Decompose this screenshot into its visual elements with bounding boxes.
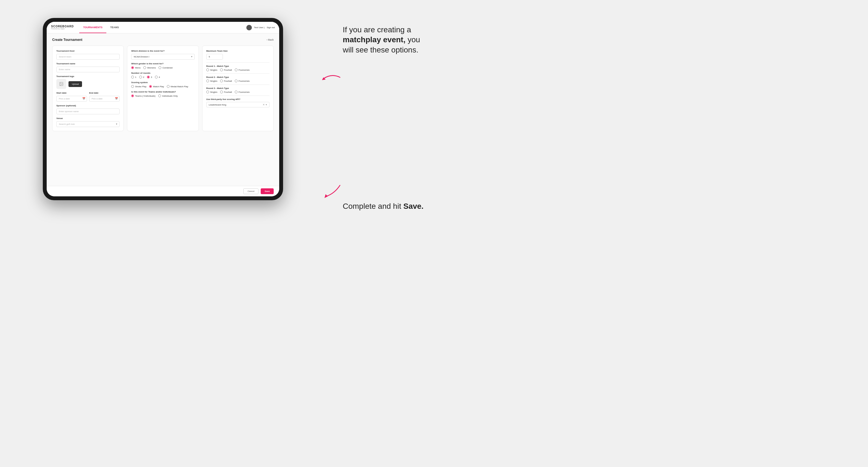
venue-input[interactable]	[56, 121, 120, 127]
round3-singles-radio[interactable]	[206, 91, 209, 93]
round2-foursomes[interactable]: Foursomes	[235, 80, 250, 82]
nav-user-text: Test User |	[254, 26, 265, 29]
sponsor-label: Sponsor (optional)	[56, 104, 120, 107]
round1-foursomes[interactable]: Foursomes	[235, 68, 250, 71]
name-input[interactable]	[56, 67, 120, 72]
division-select[interactable]: NCAA Division I	[131, 54, 194, 60]
round2-singles-radio[interactable]	[206, 80, 209, 82]
individuals-radio[interactable]	[158, 94, 161, 97]
round1-fourball-label: Fourball	[224, 69, 232, 71]
gender-mens-radio[interactable]	[131, 66, 134, 69]
gender-row: Which gender is the event for? Mens Wome…	[131, 62, 194, 69]
round3-fourball[interactable]: Fourball	[220, 91, 232, 93]
svg-point-1	[60, 83, 61, 84]
rounds-4[interactable]: 4	[155, 76, 160, 79]
gender-mens-label: Mens	[135, 67, 141, 69]
rounds-row: Number of rounds 1 2	[131, 72, 194, 79]
third-party-row: Use third-party live scoring API? Leader…	[206, 98, 270, 107]
gender-radio-group: Mens Womens Combined	[131, 66, 194, 69]
right-column: Maximum Team Size Round 1 - Match Type S…	[202, 45, 274, 131]
teams-radio[interactable]	[131, 94, 134, 97]
gender-combined-radio[interactable]	[158, 66, 161, 69]
max-team-input[interactable]	[206, 54, 223, 60]
nav-tabs: TOURNAMENTS TEAMS	[79, 22, 123, 33]
round1-fourball-radio[interactable]	[220, 68, 223, 71]
rounds-2[interactable]: 2	[139, 76, 144, 79]
rounds-1-radio[interactable]	[131, 76, 134, 79]
round2-fourball-radio[interactable]	[220, 80, 223, 82]
rounds-3[interactable]: 3	[147, 76, 152, 79]
logo-placeholder	[56, 79, 66, 89]
dates-row: Start date 📅 End date 📅	[56, 92, 120, 102]
scoring-medal[interactable]: Medal Match Play	[167, 85, 188, 88]
round3-foursomes[interactable]: Foursomes	[235, 91, 250, 93]
gender-combined[interactable]: Combined	[158, 66, 172, 69]
logo-title: SCOREBOARD	[51, 25, 74, 28]
round2-radio-group: Singles Fourball Foursomes	[206, 80, 270, 82]
gender-womens-radio[interactable]	[143, 66, 146, 69]
round3-label: Round 3 - Match Type	[206, 87, 270, 90]
round1-fourball[interactable]: Fourball	[220, 68, 232, 71]
scoring-match-radio[interactable]	[149, 85, 152, 88]
gender-womens[interactable]: Womens	[143, 66, 156, 69]
round2-singles[interactable]: Singles	[206, 80, 217, 82]
start-date-input[interactable]	[56, 96, 87, 102]
round1-foursomes-radio[interactable]	[235, 68, 238, 71]
logo-upload-area: Upload	[56, 79, 120, 89]
round1-singles-label: Singles	[210, 69, 217, 71]
gender-combined-label: Combined	[162, 67, 172, 69]
end-date-col: End date 📅	[89, 92, 120, 102]
teams-label: Is this event for Teams and/or Individua…	[131, 91, 194, 93]
round1-singles-radio[interactable]	[206, 68, 209, 71]
scoring-match[interactable]: Match Play	[149, 85, 164, 88]
division-row: Which division is the event for? NCAA Di…	[131, 50, 194, 60]
round2-foursomes-radio[interactable]	[235, 80, 238, 82]
cancel-button[interactable]: Cancel	[243, 188, 258, 194]
teams-option[interactable]: Teams (+Individuals)	[131, 94, 155, 97]
middle-column: Which division is the event for? NCAA Di…	[127, 45, 198, 131]
round3-singles[interactable]: Singles	[206, 91, 217, 93]
scoring-stroke[interactable]: Stroke Play	[131, 85, 146, 88]
gender-label: Which gender is the event for?	[131, 62, 194, 65]
end-date-input[interactable]	[89, 96, 120, 102]
round1-row: Round 1 - Match Type Singles Fourball	[206, 65, 270, 71]
annotation-right-text: If you are creating a matchplay event, y…	[343, 25, 426, 55]
upload-button[interactable]: Upload	[68, 81, 82, 87]
nav-tab-teams[interactable]: TEAMS	[106, 22, 123, 33]
save-button[interactable]: Save	[261, 188, 274, 194]
nav-tab-tournaments[interactable]: TOURNAMENTS	[79, 22, 106, 33]
scoring-stroke-radio[interactable]	[131, 85, 134, 88]
rounds-3-radio[interactable]	[147, 76, 150, 79]
round3-fourball-radio[interactable]	[220, 91, 223, 93]
start-date-col: Start date 📅	[56, 92, 87, 102]
back-button[interactable]: Back	[267, 38, 274, 41]
teams-radio-group: Teams (+Individuals) Individuals Only	[131, 94, 194, 97]
scoring-medal-radio[interactable]	[167, 85, 169, 88]
arrow-right	[321, 72, 343, 84]
signout-link[interactable]: Sign out	[267, 26, 275, 29]
start-date-wrap: 📅	[56, 96, 87, 102]
round1-singles[interactable]: Singles	[206, 68, 217, 71]
individuals-option[interactable]: Individuals Only	[158, 94, 178, 97]
divider-2	[206, 73, 270, 74]
round3-singles-label: Singles	[210, 91, 217, 93]
round2-fourball[interactable]: Fourball	[220, 80, 232, 82]
rounds-4-radio[interactable]	[155, 76, 158, 79]
arrow-bottom	[321, 183, 343, 200]
division-label: Which division is the event for?	[131, 50, 194, 52]
round3-foursomes-radio[interactable]	[235, 91, 238, 93]
rounds-4-label: 4	[159, 76, 160, 79]
third-party-remove[interactable]: ✕ ▾	[262, 103, 267, 106]
division-select-wrap: NCAA Division I	[131, 54, 194, 60]
host-input[interactable]	[56, 54, 120, 60]
user-avatar	[246, 25, 252, 30]
form-grid: Tournament Host Tournament name Tourname…	[52, 45, 274, 131]
rounds-1[interactable]: 1	[131, 76, 136, 79]
end-date-label: End date	[89, 92, 120, 94]
scoring-row: Scoring system Stroke Play Match Play	[131, 81, 194, 88]
round2-singles-label: Singles	[210, 80, 217, 82]
sponsor-input[interactable]	[56, 108, 120, 114]
start-date-label: Start date	[56, 92, 87, 94]
rounds-2-radio[interactable]	[139, 76, 142, 79]
gender-mens[interactable]: Mens	[131, 66, 141, 69]
